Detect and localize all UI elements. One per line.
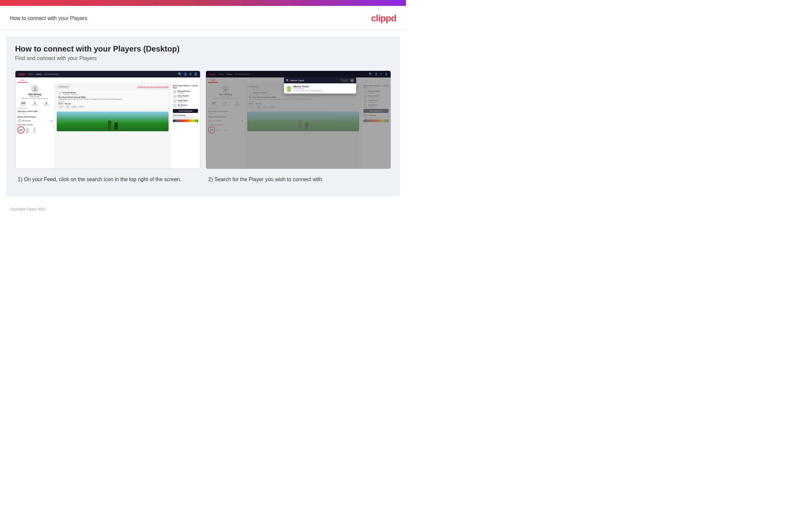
avatar-mini[interactable]: 👤 (194, 73, 197, 76)
top-gradient-bar (0, 0, 406, 6)
svg-point-5 (287, 90, 291, 92)
mini-activity-avatar (58, 92, 62, 95)
tag-arg: ARG (71, 106, 78, 109)
mini-stats-row: 129 Activities 3 Followers 4 Following (17, 101, 52, 106)
svg-point-1 (34, 89, 37, 91)
mini-pa-eli (173, 104, 177, 108)
mini-right-panel-1: Most Active Players - Last 30 days Richa… (171, 83, 200, 169)
mini-close-btn[interactable]: × (350, 78, 354, 82)
mini-content-1: Blair McHarg Golf Coach Mill Ride Golf C… (15, 83, 200, 169)
mini-profile-name: Blair McHarg (17, 93, 52, 95)
mini-following-badge[interactable]: Following ▾ (57, 85, 70, 88)
footer: Copyright Clippd 2022 (0, 203, 406, 215)
mini-duration-val: 02 hr : 00 min (58, 103, 167, 105)
mini-player-avatar-1 (17, 119, 21, 123)
mini-latest-label: Latest Activity (17, 107, 52, 109)
mini-nav-home: Home (28, 73, 34, 75)
mini-pa-acts-hiral: Activities: 3 (178, 101, 188, 103)
mini-stat-bars: OTT 79 APP 70 (26, 128, 35, 134)
mini-pa-piers (173, 94, 177, 98)
mini-heatmap-title: Team Heatmap (173, 114, 198, 116)
mini-dropdown-arrow[interactable]: ▾ (51, 120, 52, 122)
mini-profile-club: Mill Ride Golf Club, United Kingdom (17, 97, 52, 99)
mini-pa-hiral (173, 99, 177, 103)
mini-bar-arg: ARG 64 (26, 132, 35, 133)
page-title: How to connect with your Players (10, 15, 88, 21)
mini-activities-label: Activities (20, 104, 26, 106)
mini-control-link[interactable]: Control who can see your activity and da… (138, 86, 169, 88)
settings-icon-mini[interactable]: ⚙ (189, 73, 192, 76)
mini-pn-piers: Piers Parnell (178, 95, 189, 97)
main-subtitle: Find and connect with your Players (15, 55, 391, 61)
main-title: How to connect with your Players (Deskto… (15, 44, 391, 53)
mini-search-input-val[interactable]: Marcus Turner (291, 79, 339, 82)
logo: clippd (371, 13, 396, 24)
search-icon-mini[interactable]: 🔍 (178, 73, 182, 76)
svg-point-0 (34, 87, 36, 89)
mini-feed-tab[interactable]: Feed (17, 78, 27, 83)
mini-heatmap-labels: -5 +5 (173, 122, 198, 124)
screenshot-frame-2: clippd Home Teams My Performance 🔍 👤 ⚙ 👤 (206, 71, 391, 169)
mini-following-val: 4 (43, 101, 50, 104)
header: How to connect with your Players clippd (0, 6, 406, 30)
mini-player-hiral: Hiral Pujara Activities: 3 (173, 99, 198, 103)
mini-player-richard: Richard Butler Activities: 7 (173, 90, 198, 94)
mini-middle-panel-1: Following ▾ Control who can see your act… (55, 83, 171, 169)
mini-search-result: Marcus Turner 1-5 Handicap Cypress Point… (284, 83, 356, 93)
mini-result-item[interactable]: Marcus Turner 1-5 Handicap Cypress Point… (286, 85, 354, 92)
screenshot-frame-1: clippd Home Teams My Performance 🔍 👤 ⚙ 👤 (15, 71, 200, 169)
mini-activity-card: Richard Butler Yesterday · The Grove Pre… (57, 90, 169, 110)
mini-left-panel-1: Blair McHarg Golf Coach Mill Ride Golf C… (15, 83, 55, 169)
mini-player-perf-label: Player Performance (17, 116, 52, 118)
mini-activity-sub: Yesterday · The Grove (63, 93, 79, 95)
tag-app: APP (65, 106, 70, 109)
user-icon-mini[interactable]: 👤 (184, 73, 187, 76)
mini-activities-val: 129 (20, 101, 26, 104)
mini-activity-date: 27 Jul 2022 (17, 112, 52, 114)
tag-putt: PUTT (78, 106, 85, 109)
mini-result-info: Marcus Turner 1-5 Handicap Cypress Point… (293, 85, 323, 92)
mini-result-avatar (286, 86, 292, 92)
mini-player-dropdown-row: Eli Vincent ▾ (17, 119, 52, 123)
mini-search-bar: 🔍 Marcus Turner CLEAR × (284, 78, 356, 83)
mini-search-dropdown: 🔍 Marcus Turner CLEAR × Marc (284, 78, 356, 93)
copyright-text: Copyright Clippd 2022 (10, 207, 46, 211)
mini-nav-performance: My Performance (44, 73, 59, 75)
main-content: How to connect with your Players (Deskto… (6, 36, 400, 197)
mini-heatmap-sub: Player Quality · 20 Round Trend (173, 117, 198, 119)
heatmap-label-min: -5 (173, 122, 174, 124)
mini-tag-row: OTT APP ARG PUTT (58, 106, 167, 109)
screenshots-row: clippd Home Teams My Performance 🔍 👤 ⚙ 👤 (15, 71, 391, 183)
panel-1: clippd Home Teams My Performance 🔍 👤 ⚙ 👤 (15, 71, 200, 183)
mini-player-piers: Piers Parnell Activities: 4 (173, 94, 198, 98)
mini-nav-items-1: Home Teams My Performance (28, 73, 59, 75)
mini-nav-teams: Teams (36, 73, 42, 75)
mini-followers-val: 3 (32, 101, 38, 104)
mini-profile-avatar (31, 85, 39, 92)
mini-pa-acts-piers: Activities: 4 (178, 97, 189, 98)
svg-point-4 (288, 87, 290, 89)
mini-pa-acts-eli: Activities: 1 (178, 106, 187, 108)
mini-pa-richard (173, 90, 177, 94)
mini-logo-1: clippd (18, 73, 25, 76)
mini-pn-richard: Richard Butler (178, 90, 190, 92)
mini-search-icon: 🔍 (286, 79, 289, 82)
mini-bar-app: APP 70 (26, 130, 35, 131)
mini-player-eli: Eli Vincent Activities: 1 (173, 104, 198, 108)
caption-1: 1) On your Feed, click on the search ico… (15, 169, 200, 183)
mini-result-name: Marcus Turner (293, 85, 323, 88)
mini-team-dashboard-btn[interactable]: Team Dashboard (173, 109, 198, 113)
mini-most-active-title: Most Active Players - Last 30 days (173, 85, 198, 89)
mini-profile: Blair McHarg Golf Coach Mill Ride Golf C… (17, 85, 52, 99)
panel-2: clippd Home Teams My Performance 🔍 👤 ⚙ 👤 (206, 71, 391, 183)
mini-quality-label: Total Player Quality (17, 124, 52, 126)
mini-pa-acts-richard: Activities: 7 (178, 92, 190, 94)
mini-quality-score: 84 (17, 126, 25, 134)
mini-heatmap-bar (173, 120, 198, 122)
mini-following-row: Following ▾ Control who can see your act… (57, 85, 169, 88)
mini-golf-image (57, 112, 169, 131)
mini-clear-btn[interactable]: CLEAR (340, 79, 349, 82)
mini-pn-eli: Eli Vincent (178, 104, 187, 106)
mini-player-dropdown-val[interactable]: Eli Vincent (22, 120, 50, 122)
mini-app-2: clippd Home Teams My Performance 🔍 👤 ⚙ 👤 (206, 71, 391, 169)
